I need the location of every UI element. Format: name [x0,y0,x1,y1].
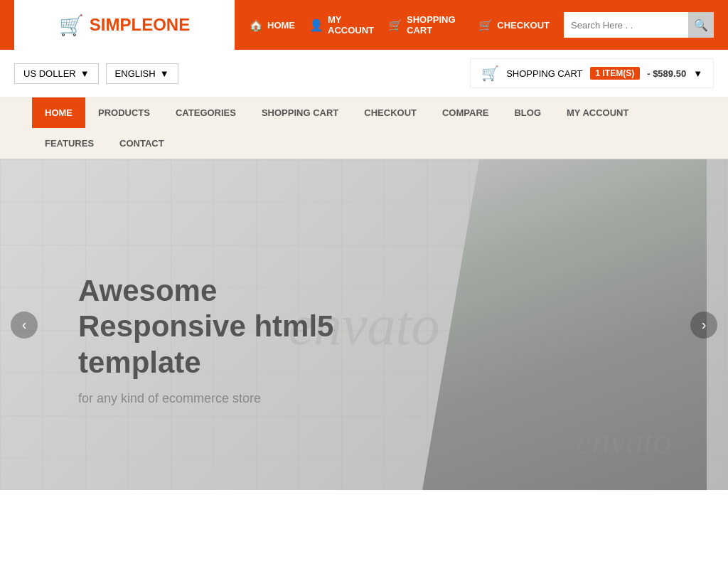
cart-summary-icon: 🛒 [481,65,499,82]
nav-item-my-account[interactable]: MY ACCOUNT [554,97,641,128]
top-nav-checkout[interactable]: 🛒 CHECKOUT [478,18,550,32]
logo-text: SIMPLEONE [90,15,190,35]
top-bar: 🛒 SIMPLEONE 🏠 HOME 👤 MY ACCOUNT 🛒 SHOPPI… [0,0,728,50]
top-nav-account[interactable]: 👤 MY ACCOUNT [309,14,374,36]
top-nav-cart[interactable]: 🛒 SHOPPING CART [388,14,464,36]
search-button[interactable]: 🔍 [688,12,714,38]
hero-subtitle: for any kind of ecommerce store [78,391,377,406]
top-nav-account-label: MY ACCOUNT [328,14,374,36]
cart-summary-label: SHOPPING CART [506,68,582,79]
top-nav-cart-label: SHOPPING CART [407,14,464,36]
options-bar: US DOLLER ▼ ENGLISH ▼ 🛒 SHOPPING CART 1 … [0,50,728,97]
top-nav-home[interactable]: 🏠 HOME [249,18,295,32]
top-nav-checkout-label: CHECKOUT [497,20,550,31]
hero-watermark2: envato [577,420,671,462]
logo-part2: ONE [153,15,190,34]
currency-chevron-icon: ▼ [80,68,90,79]
language-chevron-icon: ▼ [160,68,169,79]
nav-item-checkout[interactable]: CHECKOUT [351,97,429,128]
currency-dropdown[interactable]: US DOLLER ▼ [14,63,99,84]
main-nav: HOMEPRODUCTSCATEGORIESSHOPPING CARTCHECK… [0,97,728,159]
logo-area: 🛒 SIMPLEONE [14,0,235,50]
search-icon: 🔍 [694,18,708,32]
nav-item-features[interactable]: FEATURES [32,128,107,159]
hero-slider: envato envato Awesome Responsive html5 t… [0,159,728,490]
next-arrow-icon: › [702,317,707,333]
search-input[interactable] [564,12,688,38]
cart-items-badge: 1 ITEM(S) [590,67,641,80]
currency-label: US DOLLER [23,68,76,79]
top-navigation: 🏠 HOME 👤 MY ACCOUNT 🛒 SHOPPING CART 🛒 CH… [235,12,714,38]
cart-logo-icon: 🛒 [59,14,84,37]
prev-arrow-icon: ‹ [22,317,27,333]
cart-dropdown-icon: ▼ [693,68,702,79]
nav-item-blog[interactable]: BLOG [501,97,554,128]
nav-item-contact[interactable]: CONTACT [107,128,177,159]
nav-item-products[interactable]: PRODUCTS [85,97,163,128]
nav-item-home[interactable]: HOME [32,97,85,128]
nav-item-categories[interactable]: CATEGORIES [163,97,249,128]
hero-title: Awesome Responsive html5 template [78,273,377,381]
search-area: 🔍 [564,12,714,38]
logo-part1: SIMPLE [90,15,153,34]
nav-item-shopping-cart[interactable]: SHOPPING CART [249,97,351,128]
hero-text-area: Awesome Responsive html5 template for an… [78,273,377,406]
cart-summary[interactable]: 🛒 SHOPPING CART 1 ITEM(S) - $589.50 ▼ [470,58,714,88]
top-nav-home-label: HOME [267,20,295,31]
checkout-icon: 🛒 [478,18,493,32]
home-icon: 🏠 [249,18,263,32]
language-dropdown[interactable]: ENGLISH ▼ [106,63,178,84]
cart-price: - $589.50 [647,68,686,79]
language-label: ENGLISH [115,68,156,79]
slider-next-button[interactable]: › [690,312,717,339]
user-icon: 👤 [309,18,323,32]
nav-item-compare[interactable]: COMPARE [429,97,501,128]
shopping-cart-icon: 🛒 [388,18,402,32]
slider-prev-button[interactable]: ‹ [11,312,38,339]
